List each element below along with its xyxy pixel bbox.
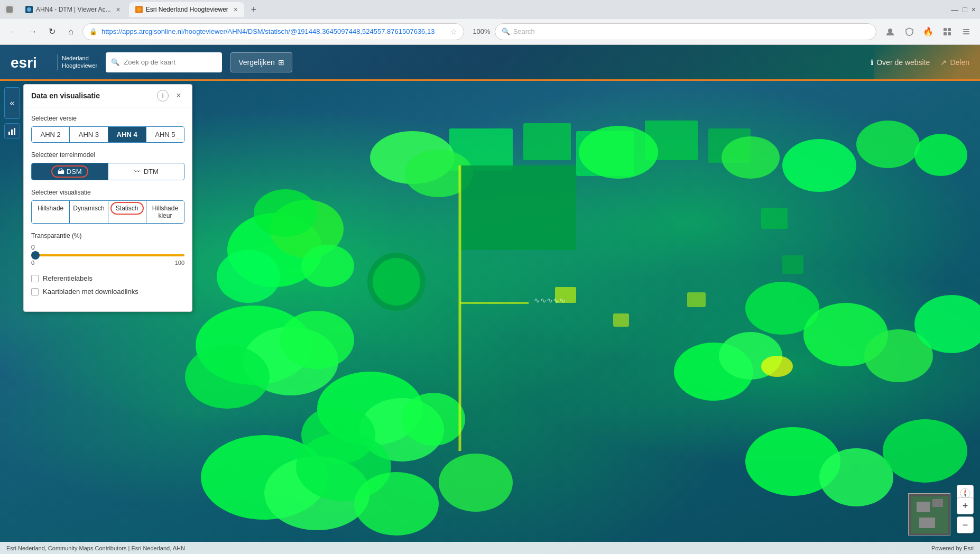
tab1-close[interactable]: × bbox=[116, 5, 121, 14]
dtm-button[interactable]: 〰 DTM bbox=[108, 163, 184, 180]
dsm-highlight: 🏔 DSM bbox=[51, 165, 88, 178]
zoom-out-button[interactable]: − bbox=[957, 516, 974, 533]
panel-close-button[interactable]: × bbox=[173, 90, 184, 101]
svg-point-14 bbox=[217, 250, 280, 303]
svg-rect-29 bbox=[460, 165, 576, 250]
slider-container: 0 0 100 bbox=[31, 244, 184, 266]
tab2-close[interactable]: × bbox=[234, 5, 238, 14]
svg-text:esri: esri bbox=[11, 54, 37, 71]
back-button[interactable]: ← bbox=[6, 24, 21, 39]
shield-icon[interactable] bbox=[902, 24, 917, 39]
panel-info-button[interactable]: i bbox=[157, 90, 169, 101]
kaartbladen-checkbox-item[interactable]: Kaartbladen met downloadlinks bbox=[31, 288, 184, 296]
tab1-label: AHN4 - DTM | Viewer Ac... bbox=[36, 6, 111, 13]
back-icon: ← bbox=[10, 27, 18, 36]
slider-thumb[interactable] bbox=[31, 251, 40, 260]
svg-rect-59 bbox=[761, 208, 788, 229]
svg-rect-0 bbox=[6, 6, 13, 13]
terrain-button-group: 🏔 DSM 〰 DTM bbox=[31, 163, 184, 180]
svg-point-62 bbox=[761, 356, 793, 377]
dynamisch-button[interactable]: Dynamisch bbox=[70, 201, 108, 223]
referentielabels-checkbox[interactable] bbox=[31, 275, 39, 282]
close-icon: × bbox=[176, 91, 181, 100]
statisch-button[interactable]: Statisch bbox=[108, 201, 146, 223]
tab-inactive[interactable]: AHN4 - DTM | Viewer Ac... × bbox=[19, 2, 127, 17]
bookmark-icon[interactable]: ☆ bbox=[450, 27, 457, 36]
svg-rect-9 bbox=[963, 31, 969, 32]
svg-point-34 bbox=[185, 345, 270, 409]
map-search-input[interactable] bbox=[124, 58, 217, 66]
ahn2-button[interactable]: AHN 2 bbox=[32, 127, 70, 142]
map-search-icon: 🔍 bbox=[111, 58, 119, 66]
browser-chrome: AHN4 - DTM | Viewer Ac... × Esri Nederla… bbox=[0, 0, 980, 45]
tab-window-controls: — □ × bbox=[951, 5, 976, 14]
browser-search-bar[interactable]: 🔍 Search bbox=[495, 23, 876, 40]
fire-icon[interactable]: 🔥 bbox=[921, 24, 936, 39]
slider-value: 0 bbox=[31, 244, 184, 251]
svg-point-3 bbox=[888, 29, 892, 33]
map-area[interactable]: ∿∿∿∿∿ « Data en visualisatie i × bbox=[0, 81, 980, 554]
slider-track[interactable] bbox=[31, 254, 184, 256]
home-button[interactable]: ⌂ bbox=[63, 24, 78, 39]
maximize-icon[interactable]: □ bbox=[963, 5, 967, 14]
minimize-icon[interactable]: — bbox=[951, 5, 958, 14]
hillshade-kleur-button[interactable]: Hillshade kleur bbox=[146, 201, 184, 223]
svg-rect-6 bbox=[944, 32, 947, 35]
chart-icon-button[interactable] bbox=[4, 123, 20, 139]
tab-bar: AHN4 - DTM | Viewer Ac... × Esri Nederla… bbox=[0, 0, 980, 19]
svg-marker-67 bbox=[964, 489, 966, 493]
dsm-icon: 🏔 bbox=[58, 168, 64, 176]
info-circle-icon: ℹ bbox=[871, 58, 873, 67]
ahn3-button[interactable]: AHN 3 bbox=[70, 127, 108, 142]
profile-icon[interactable] bbox=[883, 24, 898, 39]
zoom-in-icon: + bbox=[963, 501, 968, 512]
dtm-icon: 〰 bbox=[134, 168, 141, 176]
referentielabels-checkbox-item[interactable]: Referentielabels bbox=[31, 274, 184, 282]
hillshade-button[interactable]: Hillshade bbox=[32, 201, 70, 223]
minimap[interactable] bbox=[908, 493, 950, 535]
version-section: Selecteer versie AHN 2 AHN 3 AHN 4 AHN 5 bbox=[31, 115, 184, 143]
refresh-button[interactable]: ↻ bbox=[44, 24, 59, 39]
zoom-in-button[interactable]: + bbox=[957, 497, 974, 514]
version-label: Selecteer versie bbox=[31, 115, 184, 122]
vis-button-group: Hillshade Dynamisch Statisch Hillshade k… bbox=[31, 200, 184, 224]
ahn4-button[interactable]: AHN 4 bbox=[108, 127, 146, 142]
slider-labels: 0 100 bbox=[31, 260, 184, 266]
svg-rect-71 bbox=[917, 502, 930, 512]
sidebar-toggle-button[interactable]: « bbox=[4, 87, 20, 119]
compare-icon: ⊞ bbox=[278, 58, 284, 67]
chevron-left-icon: « bbox=[10, 98, 15, 108]
tab-active[interactable]: Esri Nederland Hoogteviewer × bbox=[129, 2, 244, 17]
app-subtitle: NederlandHoogteviewer bbox=[62, 55, 97, 69]
minimap-image bbox=[909, 494, 950, 535]
status-left: Esri Nederland, Community Maps Contribut… bbox=[6, 545, 185, 551]
svg-rect-72 bbox=[932, 499, 943, 507]
add-tab-button[interactable]: + bbox=[246, 2, 261, 17]
panel-title: Data en visualisatie bbox=[31, 91, 153, 100]
svg-rect-10 bbox=[963, 33, 969, 34]
version-button-group: AHN 2 AHN 3 AHN 4 AHN 5 bbox=[31, 126, 184, 143]
kaartbladen-checkbox[interactable] bbox=[31, 288, 39, 296]
tab1-favicon bbox=[25, 6, 33, 13]
esri-logo: esri bbox=[11, 53, 53, 71]
kaartbladen-label: Kaartbladen met downloadlinks bbox=[43, 288, 138, 296]
dsm-button[interactable]: 🏔 DSM bbox=[32, 163, 108, 180]
svg-point-28 bbox=[914, 134, 967, 176]
tab2-favicon bbox=[135, 6, 143, 13]
close-window-icon[interactable]: × bbox=[972, 5, 976, 14]
extensions-icon[interactable] bbox=[940, 24, 955, 39]
svg-rect-7 bbox=[948, 32, 951, 35]
status-right: Powered by Esri bbox=[931, 545, 974, 551]
url-bar[interactable]: 🔒 https://apps.arcgisonline.nl/hoogtevie… bbox=[82, 23, 464, 40]
svg-point-24 bbox=[579, 126, 658, 179]
chart-icon bbox=[7, 126, 17, 136]
logo-divider bbox=[57, 54, 58, 70]
compare-label: Vergelijken bbox=[238, 58, 275, 67]
menu-icon[interactable] bbox=[959, 24, 974, 39]
map-search-box[interactable]: 🔍 bbox=[106, 52, 222, 72]
address-bar: ← → ↻ ⌂ 🔒 https://apps.arcgisonline.nl/h… bbox=[0, 19, 980, 44]
ahn5-button[interactable]: AHN 5 bbox=[146, 127, 184, 142]
vergelijken-button[interactable]: Vergelijken ⊞ bbox=[230, 52, 292, 72]
tab2-label: Esri Nederland Hoogteviewer bbox=[146, 6, 228, 13]
forward-button[interactable]: → bbox=[25, 24, 40, 39]
